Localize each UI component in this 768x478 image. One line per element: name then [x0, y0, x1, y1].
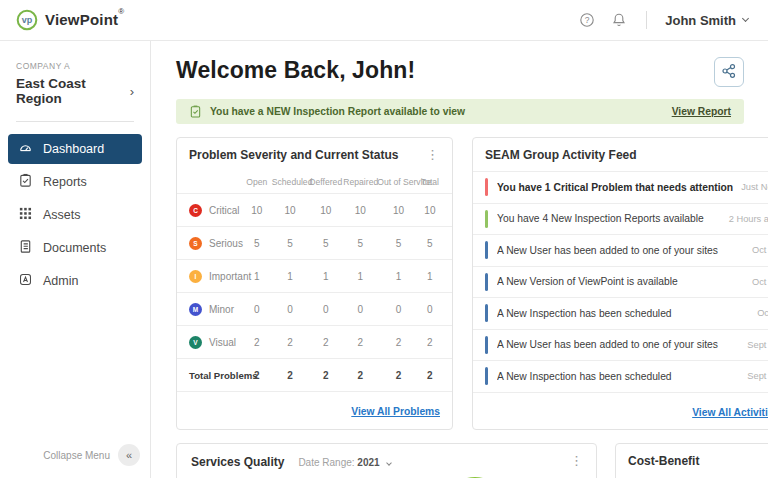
severity-label: MMinor [189, 303, 242, 316]
activity-timestamp: Just Now [741, 182, 768, 192]
activity-text: A New Version of ViewPoint is available [497, 276, 744, 287]
view-all-activities-link[interactable]: View All Activities [692, 407, 768, 418]
table-cell: 0 [343, 304, 377, 315]
main-content: Welcome Back, John! You have a NEW Inspe… [151, 41, 768, 478]
sidebar-item-label: Assets [43, 208, 81, 222]
activity-severity-bar [485, 241, 488, 259]
table-cell: 2 [420, 337, 440, 348]
kebab-menu-icon[interactable]: ⋮ [422, 145, 443, 164]
chevron-down-icon [742, 14, 749, 21]
table-cell: 2 [242, 337, 272, 348]
sidebar-item-label: Admin [43, 274, 78, 288]
clipboard-check-icon [18, 173, 33, 191]
kebab-menu-icon[interactable]: ⋮ [761, 145, 768, 164]
table-cell: 5 [343, 238, 377, 249]
severity-name: Critical [209, 205, 240, 216]
sidebar-item-label: Documents [43, 241, 106, 255]
inspection-report-banner: You have a NEW Inspection Report availab… [176, 99, 744, 124]
severity-name: Serious [209, 238, 243, 249]
gauge-icon [18, 140, 33, 158]
activity-text: A New Inspection has been scheduled [497, 371, 739, 382]
severity-important-icon: I [189, 270, 202, 283]
activity-item[interactable]: A New Inspection has been scheduledOct 2 [473, 297, 768, 329]
table-cell: 5 [377, 238, 420, 249]
table-cell: 2 [272, 337, 308, 348]
activity-card-title: SEAM Group Activity Feed [485, 148, 768, 162]
sidebar-item-label: Dashboard [43, 142, 104, 156]
activity-item[interactable]: A New User has been added to one of your… [473, 234, 768, 266]
sidebar-divider [16, 121, 134, 122]
collapse-menu-button[interactable]: « [118, 444, 140, 466]
kebab-menu-icon[interactable]: ⋮ [566, 451, 587, 470]
table-cell: 5 [272, 238, 308, 249]
activity-timestamp: Oct 12 [752, 277, 768, 287]
table-cell: 1 [242, 271, 272, 282]
total-problems-row: Total Problems222222 [177, 358, 452, 391]
cost-card-title: Cost-Benefit [628, 454, 768, 468]
table-cell: 2 [420, 370, 440, 381]
collapse-menu: Collapse Menu « [43, 444, 140, 466]
user-menu[interactable]: John Smith [665, 13, 748, 28]
user-name: John Smith [665, 13, 736, 28]
activity-severity-bar [485, 210, 488, 228]
table-cell: 1 [420, 271, 440, 282]
activity-severity-bar [485, 336, 488, 354]
activity-item[interactable]: A New Inspection has been scheduledSept … [473, 360, 768, 392]
severity-row: MMinor000000 [177, 292, 452, 325]
activity-timestamp: Oct 2 [757, 308, 768, 318]
collapse-menu-label: Collapse Menu [43, 450, 110, 461]
view-all-problems-link[interactable]: View All Problems [351, 406, 440, 417]
sidebar: COMPANY A East Coast Region › DashboardR… [0, 41, 151, 478]
top-header: vp ViewPoint® ? John Smith [0, 0, 768, 41]
activity-severity-bar [485, 273, 488, 291]
severity-serious-icon: S [189, 237, 202, 250]
region-selector[interactable]: East Coast Region › [0, 76, 150, 106]
activity-severity-bar [485, 304, 488, 322]
activity-list: You have 1 Critical Problem that needs a… [473, 171, 768, 392]
sidebar-item-documents[interactable]: Documents [8, 233, 142, 263]
sidebar-item-assets[interactable]: Assets [8, 200, 142, 230]
sidebar-item-dashboard[interactable]: Dashboard [8, 134, 142, 164]
table-cell: 5 [242, 238, 272, 249]
activity-item[interactable]: A New Version of ViewPoint is availableO… [473, 266, 768, 298]
chevron-down-icon [387, 460, 393, 466]
table-cell: 0 [308, 304, 343, 315]
brand-logo[interactable]: vp ViewPoint® [16, 9, 124, 31]
notifications-bell-icon[interactable] [610, 11, 628, 29]
table-cell: 2 [377, 337, 420, 348]
activity-item[interactable]: You have 4 New Inspection Reports availa… [473, 203, 768, 235]
table-cell: 0 [420, 304, 440, 315]
help-icon[interactable]: ? [578, 11, 596, 29]
sidebar-item-reports[interactable]: Reports [8, 167, 142, 197]
severity-critical-icon: C [189, 204, 202, 217]
total-problems-label: Total Problems [189, 370, 242, 381]
activity-severity-bar [485, 367, 488, 385]
table-cell: 0 [242, 304, 272, 315]
activity-feed-card: SEAM Group Activity Feed ⋮ You have 1 Cr… [472, 137, 768, 430]
region-name: East Coast Region [16, 76, 124, 106]
column-header: Total [420, 177, 440, 187]
table-cell: 10 [343, 205, 377, 216]
table-cell: 1 [308, 271, 343, 282]
table-cell: 10 [308, 205, 343, 216]
topbar-actions: ? John Smith [578, 11, 748, 29]
sidebar-item-label: Reports [43, 175, 87, 189]
activity-item[interactable]: You have 1 Critical Problem that needs a… [473, 171, 768, 203]
activity-timestamp: Sept 28 [747, 371, 768, 381]
svg-text:vp: vp [22, 15, 33, 25]
severity-name: Visual [209, 337, 236, 348]
grid-icon [18, 206, 33, 224]
column-header: Deffered [308, 177, 343, 187]
sidebar-item-admin[interactable]: Admin [8, 266, 142, 296]
table-cell: 2 [377, 370, 420, 381]
share-icon [720, 62, 738, 83]
severity-label: CCritical [189, 204, 242, 217]
view-report-link[interactable]: View Report [672, 106, 731, 117]
activity-text: A New User has been added to one of your… [497, 339, 739, 350]
activity-text: A New User has been added to one of your… [497, 245, 744, 256]
date-range-selector[interactable]: Date Range: 2021 [298, 457, 391, 468]
share-button[interactable] [714, 57, 744, 87]
table-cell: 0 [272, 304, 308, 315]
banner-text: You have a NEW Inspection Report availab… [210, 106, 664, 117]
activity-item[interactable]: A New User has been added to one of your… [473, 329, 768, 361]
